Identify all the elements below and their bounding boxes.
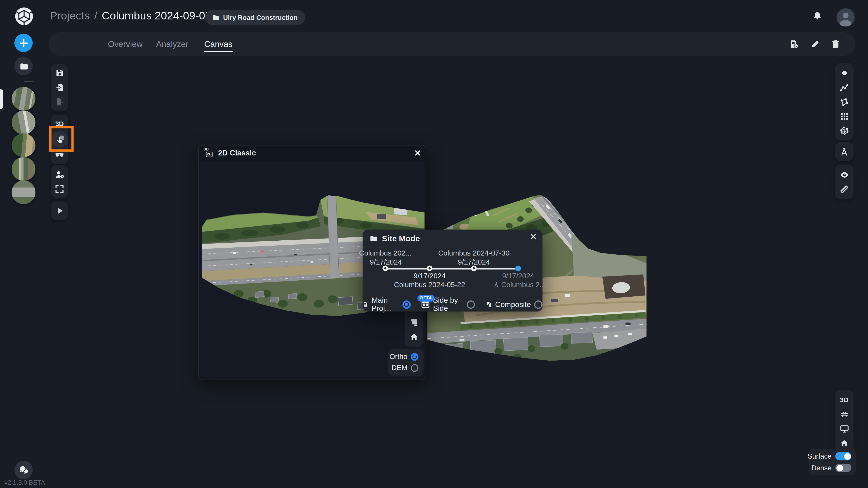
surface-toggle[interactable] <box>835 452 851 460</box>
play-icon <box>55 206 64 215</box>
dimension-toggle-icon: 3D 2D <box>204 148 214 158</box>
user-gear-icon <box>55 170 64 179</box>
mode-3d-label: 3D <box>840 396 848 404</box>
monitor-icon <box>839 424 849 433</box>
project-thumbnail[interactable] <box>11 180 35 204</box>
timeline-project-name: Columbus 202... <box>359 249 412 257</box>
home-view-button[interactable] <box>409 332 418 341</box>
home-view-button[interactable] <box>835 436 854 451</box>
export-button[interactable] <box>51 95 68 109</box>
user-avatar[interactable] <box>836 8 855 27</box>
annotation-tool-group <box>835 63 854 140</box>
mode-main-project-radio[interactable] <box>402 300 411 308</box>
layer-settings-button[interactable] <box>835 407 854 422</box>
app-logo[interactable] <box>15 7 33 26</box>
vr-view-button[interactable] <box>51 148 68 162</box>
pan-select-tool-button[interactable] <box>51 131 68 148</box>
project-thumbnail[interactable] <box>11 157 35 181</box>
site-mode-header[interactable]: Site Mode <box>369 234 420 243</box>
layer-option-ortho[interactable]: Ortho <box>393 352 418 361</box>
dem-radio[interactable] <box>411 364 418 371</box>
trash-icon <box>831 39 840 49</box>
timeline-project-date: 9/17/2024 <box>458 258 490 266</box>
compass-tool-button[interactable] <box>835 144 854 159</box>
fullscreen-icon <box>55 184 64 193</box>
dense-toggle[interactable] <box>835 464 851 472</box>
hand-pointer-icon <box>55 134 64 144</box>
delete-button[interactable] <box>831 39 840 49</box>
save-button[interactable] <box>51 66 68 80</box>
mode-3d-label: 3D <box>55 120 64 128</box>
chat-support-button[interactable] <box>14 461 33 479</box>
site-badge[interactable]: Ulry Road Construction <box>205 10 305 25</box>
playback-group <box>51 201 68 220</box>
polyline-tool-button[interactable] <box>835 80 854 95</box>
point-grid-tool-button[interactable] <box>835 109 854 123</box>
app-root: Projects / Columbus 2024-09-05 Ulry Road… <box>0 0 868 488</box>
measure-button[interactable] <box>835 182 854 197</box>
ortho-radio[interactable] <box>411 353 418 360</box>
mode-side-by-side-radio[interactable] <box>467 300 475 308</box>
project-thumbnail[interactable] <box>11 87 35 110</box>
tab-analyzer[interactable]: Analyzer <box>156 32 188 56</box>
timeline-marker-active[interactable] <box>515 266 521 271</box>
report-info-button[interactable] <box>789 39 799 48</box>
breadcrumb-projects[interactable]: Projects <box>50 9 90 22</box>
document-icon <box>363 300 368 308</box>
user-avatar-icon <box>836 8 855 27</box>
scroll-map-button[interactable] <box>409 318 418 327</box>
edit-button[interactable] <box>810 39 820 49</box>
polygon-icon <box>839 97 849 107</box>
layer-option-dem[interactable]: DEM <box>393 363 418 372</box>
tab-canvas[interactable]: Canvas <box>204 32 232 56</box>
app-version: v2.1.3.0 BETA <box>4 479 45 486</box>
project-thumbnail[interactable] <box>11 111 35 134</box>
icon-3d-text: 3D <box>204 147 209 151</box>
timeline-marker[interactable] <box>382 266 388 271</box>
display-button[interactable] <box>835 422 854 436</box>
projects-folder-button[interactable] <box>14 57 33 75</box>
composite-icon <box>486 300 492 308</box>
view-toolbar: 3D <box>835 390 854 453</box>
user-settings-button[interactable] <box>51 167 68 182</box>
mode-3d-button[interactable]: 3D <box>51 117 68 131</box>
file-export-icon <box>55 97 64 106</box>
side-by-side-icon-wrap: BETA <box>421 300 430 308</box>
play-button[interactable] <box>51 203 68 218</box>
save-icon <box>55 69 64 77</box>
2d-classic-window-header[interactable]: 3D 2D 2D Classic <box>199 145 426 160</box>
2d-classic-close-button[interactable] <box>414 150 421 156</box>
scroll-icon <box>409 318 418 327</box>
add-project-button[interactable] <box>14 34 33 52</box>
mode-3d-button[interactable]: 3D <box>835 393 854 408</box>
compass-icon <box>493 281 500 288</box>
notifications-button[interactable] <box>813 11 822 20</box>
sliders-icon <box>839 410 849 419</box>
import-button[interactable] <box>51 80 68 95</box>
surface-label: Surface <box>808 452 832 460</box>
timeline-marker[interactable] <box>471 266 476 271</box>
layer-selector-panel: Ortho DEM <box>388 349 424 376</box>
tab-overview-label: Overview <box>108 39 143 49</box>
timeline-marker[interactable] <box>427 266 432 271</box>
fullscreen-button[interactable] <box>51 182 68 196</box>
dense-label: Dense <box>811 464 832 471</box>
ruler-icon <box>839 184 849 194</box>
tab-overview[interactable]: Overview <box>108 32 143 56</box>
folder-icon <box>19 62 28 70</box>
ortho-label: Ortho <box>390 352 408 361</box>
mode-composite-radio[interactable] <box>534 300 542 308</box>
timeline-track[interactable] <box>385 268 518 269</box>
compass-icon <box>839 147 849 156</box>
mesh-tool-button[interactable] <box>835 123 854 138</box>
home-icon <box>840 439 848 448</box>
visibility-button[interactable] <box>835 168 854 182</box>
tab-bar: Overview Analyzer Canvas <box>49 32 855 56</box>
dense-toggle-row: Dense <box>813 464 851 472</box>
document-info-icon <box>789 39 799 48</box>
beta-badge: BETA <box>417 295 435 301</box>
project-thumbnail[interactable] <box>11 133 35 157</box>
point-tool-button[interactable] <box>835 66 854 80</box>
site-mode-close-button[interactable] <box>530 233 536 239</box>
polygon-tool-button[interactable] <box>835 95 854 109</box>
